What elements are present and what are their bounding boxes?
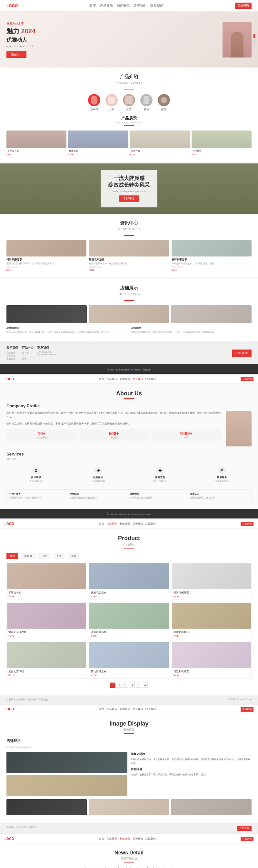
category-pants[interactable]: 裤装 (140, 94, 152, 111)
img-nav-home[interactable]: 首页 (99, 708, 104, 711)
store-display-section: 店铺展示 STORE DISPLAY 品牌旗舰店 高端时尚的购物环境，专业的服务… (0, 279, 258, 341)
prod-large-2[interactable]: 优雅气质上衣 ¥198 (89, 563, 169, 600)
prod-large-1[interactable]: 春季连衣裙 ¥298 (6, 563, 86, 600)
page-5[interactable]: 5 (136, 683, 141, 688)
prod-item-1[interactable]: 春季连衣裙 ¥298 (6, 130, 67, 156)
prod-large-5[interactable]: 清新田园风裙 ¥248 (89, 602, 169, 639)
page-3[interactable]: 3 (123, 683, 128, 688)
prod-large-4[interactable]: 浪漫花朵连衣裙 ¥278 (6, 602, 86, 639)
prod-nav-news[interactable]: 新闻资讯 (120, 522, 130, 526)
page-2[interactable]: 2 (117, 683, 122, 688)
store-title: 店铺展示 (6, 285, 252, 291)
filter-pants[interactable]: 裤装 (68, 553, 80, 559)
banner-title2: 绽放成长鞋尖风采 (108, 182, 150, 189)
page-1[interactable]: 1 (110, 683, 115, 688)
img-nav-news[interactable]: 新闻资讯 (120, 708, 130, 711)
img-footer-btn[interactable]: 了解更多 (237, 826, 252, 831)
store-g-2[interactable] (89, 799, 169, 815)
hero-btn[interactable]: Start → (6, 51, 27, 58)
img-display-title: Image Display (6, 720, 252, 727)
img-nav-contact[interactable]: 联系我们 (145, 708, 156, 711)
about-nav-btn[interactable]: 在线咨询 (241, 377, 254, 381)
news-item-2[interactable]: 新品发布预告 春夏新品即将上市，敬请期待精彩发布... 2024-03-12 m… (89, 240, 169, 271)
nd-nav-home[interactable]: 首页 (99, 837, 104, 841)
services-title: Services (6, 452, 252, 457)
categories-row: 连衣裙 上衣 外套 裤装 (6, 94, 252, 111)
store-g-3[interactable] (171, 799, 252, 815)
filter-top[interactable]: 上衣 (38, 553, 50, 559)
services-subtitle: 服务项目 (6, 457, 252, 461)
prod-large-6[interactable]: 格纹时尚套装 ¥428 (172, 602, 252, 639)
store-img-3[interactable] (171, 305, 252, 323)
store-img-2[interactable] (89, 305, 169, 323)
store-showcase-grid: 旗舰店环境 高端时尚的购物环境，专业的服务体系，为您提供最优质的购物体验。我们的… (6, 752, 252, 796)
about-nav-about[interactable]: 关于我们 (133, 377, 143, 381)
prod-large-9[interactable]: 精致刺绣外套 ¥498 (172, 642, 252, 679)
nav-home[interactable]: 首页 (90, 4, 96, 8)
nd-nav-btn[interactable]: 在线咨询 (241, 837, 254, 841)
image-display-page: LOGO 首页 产品展示 新闻资讯 关于我们 联系我们 在线咨询 Image D… (0, 704, 258, 833)
img-nav-product[interactable]: 产品展示 (107, 708, 117, 711)
category-coat[interactable]: 外套 (123, 94, 135, 111)
news-detail-page-title: News Detail (6, 850, 252, 856)
news-more-1[interactable]: more → (6, 269, 86, 271)
nd-nav-news[interactable]: 新闻资讯 (120, 837, 130, 841)
about-nav-news[interactable]: 新闻资讯 (120, 377, 130, 381)
prod-display-title: 产品展示 (6, 116, 252, 121)
prod-large-3[interactable]: 时尚休闲外套 ¥358 (172, 563, 252, 600)
cat-label-4: 裤装 (144, 107, 149, 111)
img-nav-about[interactable]: 关于我们 (133, 708, 143, 711)
prod-nav-home[interactable]: 首页 (99, 522, 104, 526)
nd-nav-about[interactable]: 关于我们 (133, 837, 143, 841)
footer-consult-btn[interactable]: 在线咨询 (232, 349, 252, 357)
news-more-2[interactable]: more → (89, 269, 169, 271)
news-item-1[interactable]: 时尚穿搭分享 最新时尚穿搭技巧分享，让你每天都美美的出门... 2024-03-… (6, 240, 86, 271)
banner-btn[interactable]: 了解更多 (119, 195, 139, 202)
prod-large-8[interactable]: 简约百搭上衣 ¥168 (89, 642, 169, 679)
nd-nav-product[interactable]: 产品展示 (107, 837, 117, 841)
img-nav-btn[interactable]: 在线咨询 (241, 707, 254, 712)
about-nav-home[interactable]: 首页 (99, 377, 104, 381)
page-6[interactable]: 6 (143, 683, 148, 688)
about-nav-product[interactable]: 产品展示 (107, 377, 117, 381)
hero-image (223, 22, 252, 58)
product-nav-logo: LOGO (4, 522, 14, 526)
category-dress[interactable]: 连衣裙 (88, 94, 100, 111)
stat-1: 10+ 年品牌积累 (6, 429, 77, 441)
filter-all[interactable]: 全部 (6, 553, 18, 559)
nd-nav-contact[interactable]: 联系我们 (145, 837, 156, 841)
category-acc[interactable]: 配饰 (158, 94, 170, 111)
page-4[interactable]: 4 (130, 683, 135, 688)
store-g-1[interactable] (6, 799, 87, 815)
about-nav-contact[interactable]: 联系我们 (145, 377, 156, 381)
filter-dress[interactable]: 连衣裙 (21, 553, 35, 559)
service-2-desc: 严格质量控制 (70, 480, 126, 483)
service-4-icon: ❋ (218, 466, 226, 474)
prod-item-3[interactable]: 时尚外套 ¥358 (130, 130, 190, 156)
prod-large-7[interactable]: 复古文艺风裙 ¥318 (6, 642, 86, 679)
nav-news[interactable]: 新闻资讯 (117, 4, 130, 8)
services-grid: ✿ 设计研发 专业设计团队 ◈ 品质保证 严格质量控制 ◉ 快速交货 高效物流配… (6, 464, 252, 486)
prod-item-4[interactable]: 休闲裤装 ¥168 (191, 130, 252, 156)
prod-item-2[interactable]: 优雅上衣 ¥198 (68, 130, 128, 156)
news-item-3[interactable]: 品牌故事分享 探索品牌背后的故事，了解我们的设计理念... 2024-03-10… (172, 240, 252, 271)
prod-cat-title: 产品介绍 (6, 74, 252, 80)
store-img-1[interactable] (6, 305, 87, 323)
category-top[interactable]: 上衣 (106, 94, 118, 111)
nav-contact[interactable]: 联系我们 (150, 4, 163, 8)
service-1-name: 设计研发 (8, 475, 65, 479)
news-item-2-date: 2024-03-12 (89, 266, 169, 268)
company-text-area: 我们是一家专注于女装设计与销售的品牌公司，致力于为每一位女性提供高品质、时尚优雅… (6, 411, 221, 442)
prod-nav-btn[interactable]: 在线咨询 (241, 522, 254, 526)
prod-nav-about[interactable]: 关于我们 (133, 522, 143, 526)
nav-about[interactable]: 关于我们 (134, 4, 146, 8)
prod-nav-contact[interactable]: 联系我们 (145, 522, 156, 526)
company-profile-title: Company Profile (6, 403, 252, 408)
about-nav-logo: LOGO (4, 377, 14, 381)
news-more-3[interactable]: more → (172, 269, 252, 271)
prod-nav-product[interactable]: 产品展示 (107, 522, 117, 526)
consult-button[interactable]: 在线咨询 (235, 3, 252, 9)
filter-coat[interactable]: 外套 (53, 553, 65, 559)
store-subtitle: STORE DISPLAY (6, 292, 252, 296)
nav-product[interactable]: 产品展示 (100, 4, 113, 8)
